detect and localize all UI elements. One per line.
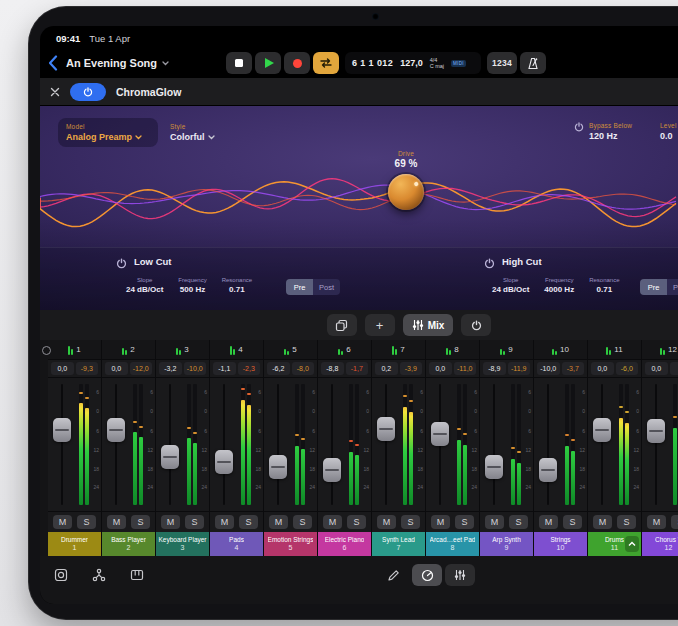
fader-value[interactable]: 0,2 (375, 362, 398, 375)
fader-value[interactable]: 0,0 (591, 362, 614, 375)
fader-handle[interactable] (377, 417, 395, 441)
mute-button[interactable]: M (107, 515, 126, 529)
low-cut-power-button[interactable] (116, 257, 127, 272)
mute-button[interactable]: M (431, 515, 450, 529)
peak-value[interactable] (670, 362, 678, 375)
faders-view-button[interactable] (445, 564, 475, 586)
low-cut-frequency[interactable]: Frequency500 Hz (178, 277, 206, 294)
solo-button[interactable]: S (347, 515, 366, 529)
peak-value[interactable]: -9,3 (76, 362, 99, 375)
duplicate-strip-button[interactable] (327, 314, 357, 336)
lcd-display[interactable]: 6 1 1 012 127,0 4/4 C maj MIDI (345, 52, 481, 74)
solo-button[interactable]: S (77, 515, 96, 529)
fader-handle[interactable] (431, 422, 449, 446)
peak-value[interactable]: -12,0 (130, 362, 153, 375)
fader-handle[interactable] (107, 418, 125, 442)
peak-value[interactable]: -3,9 (400, 362, 423, 375)
peak-value[interactable]: -10,0 (184, 362, 207, 375)
keyboard-button[interactable] (126, 564, 148, 586)
solo-button[interactable]: S (185, 515, 204, 529)
solo-button[interactable]: S (617, 515, 636, 529)
mute-button[interactable]: M (485, 515, 504, 529)
song-title-menu[interactable]: An Evening Song (66, 57, 169, 69)
fader-handle[interactable] (269, 455, 287, 479)
peak-value[interactable]: -3,7 (562, 362, 585, 375)
fader-handle[interactable] (323, 458, 341, 482)
track-label[interactable]: Keyboard Player3 (156, 532, 209, 556)
track-label[interactable]: Arp Synth9 (480, 532, 533, 556)
fader-handle[interactable] (539, 458, 557, 482)
edit-button[interactable] (382, 564, 404, 586)
track-label[interactable]: Electric Piano6 (318, 532, 371, 556)
track-label[interactable]: Chorus V12 (642, 532, 678, 556)
low-cut-post-button[interactable]: Post (313, 279, 340, 295)
mute-button[interactable]: M (377, 515, 396, 529)
mute-button[interactable]: M (161, 515, 180, 529)
solo-button[interactable]: S (293, 515, 312, 529)
solo-button[interactable]: S (239, 515, 258, 529)
solo-button[interactable]: S (563, 515, 582, 529)
peak-value[interactable]: -8,0 (292, 362, 315, 375)
fader-value[interactable]: 0,0 (429, 362, 452, 375)
fader-value[interactable]: -3,2 (159, 362, 182, 375)
track-label[interactable]: Synth Lead7 (372, 532, 425, 556)
high-cut-post-button[interactable]: Post (667, 279, 678, 295)
low-cut-resonance[interactable]: Resonance0.71 (222, 277, 252, 294)
low-cut-pre-button[interactable]: Pre (286, 279, 313, 295)
plugin-power-button[interactable] (70, 83, 106, 101)
high-cut-power-button[interactable] (484, 257, 495, 272)
solo-button[interactable]: S (131, 515, 150, 529)
routing-button[interactable] (88, 564, 110, 586)
mute-button[interactable]: M (215, 515, 234, 529)
track-label[interactable]: Bass Player2 (102, 532, 155, 556)
track-label[interactable]: Strings10 (534, 532, 587, 556)
solo-button[interactable]: S (455, 515, 474, 529)
collapse-chevron-icon[interactable] (625, 536, 639, 552)
track-label[interactable]: Drummer1 (48, 532, 101, 556)
play-button[interactable] (255, 52, 281, 74)
mute-button[interactable]: M (323, 515, 342, 529)
mute-button[interactable]: M (647, 515, 666, 529)
stop-button[interactable] (226, 52, 252, 74)
fader-handle[interactable] (161, 445, 179, 469)
fader-value[interactable]: -10,0 (537, 362, 560, 375)
controls-view-button[interactable] (412, 564, 442, 586)
metronome-button[interactable] (520, 52, 546, 74)
low-cut-slope[interactable]: Slope24 dB/Oct (126, 277, 163, 294)
high-cut-slope[interactable]: Slope24 dB/Oct (492, 277, 529, 294)
fader-value[interactable]: -1,1 (213, 362, 236, 375)
level-control[interactable]: Level 0.0 (660, 122, 677, 141)
close-plugin-button[interactable] (50, 87, 60, 97)
style-selector[interactable]: Style Colorful (170, 123, 215, 142)
cycle-button[interactable] (313, 52, 339, 74)
peak-value[interactable]: -1,7 (346, 362, 369, 375)
fader-handle[interactable] (215, 450, 233, 474)
high-cut-frequency[interactable]: Frequency4000 Hz (544, 277, 574, 294)
mute-button[interactable]: M (269, 515, 288, 529)
back-button[interactable] (48, 55, 58, 71)
mixer-power-button[interactable] (461, 314, 491, 336)
fader-handle[interactable] (53, 418, 71, 442)
add-track-button[interactable]: + (365, 314, 395, 336)
fader-handle[interactable] (593, 418, 611, 442)
fader-value[interactable]: 0,0 (105, 362, 128, 375)
track-label[interactable]: Emotion Strings5 (264, 532, 317, 556)
mute-button[interactable]: M (53, 515, 72, 529)
fader-value[interactable]: -8,9 (483, 362, 506, 375)
mute-button[interactable]: M (593, 515, 612, 529)
browser-button[interactable] (50, 564, 72, 586)
track-label[interactable]: Drums11 (588, 532, 641, 556)
fader-value[interactable]: 0,0 (51, 362, 74, 375)
model-selector[interactable]: Model Analog Preamp (58, 118, 158, 147)
peak-value[interactable]: -2,3 (238, 362, 261, 375)
fader-value[interactable]: 0,0 (645, 362, 668, 375)
solo-button[interactable]: S (509, 515, 528, 529)
fader-handle[interactable] (647, 419, 665, 443)
solo-button[interactable]: S (671, 515, 678, 529)
record-button[interactable] (284, 52, 310, 74)
track-label[interactable]: Pads4 (210, 532, 263, 556)
track-label[interactable]: Arcad…eet Pad8 (426, 532, 479, 556)
peak-value[interactable]: -11,9 (508, 362, 531, 375)
solo-button[interactable]: S (401, 515, 420, 529)
fader-value[interactable]: -6,2 (267, 362, 290, 375)
